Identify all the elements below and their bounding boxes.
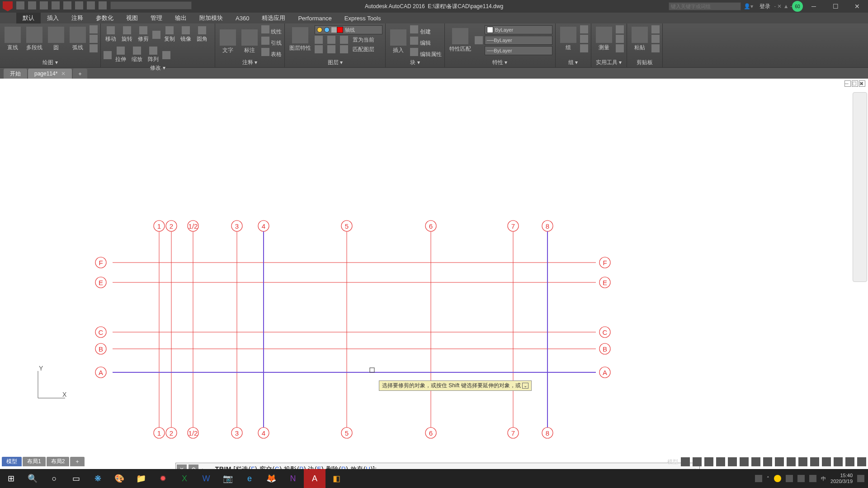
tab-default[interactable]: 默认 — [16, 13, 41, 23]
taskview-icon[interactable]: ▭ — [65, 469, 87, 488]
dim-button[interactable]: 标注 — [240, 28, 259, 55]
layer-icon5[interactable] — [327, 45, 335, 53]
rect-icon[interactable] — [90, 25, 98, 33]
minimize-button[interactable]: ─ — [803, 0, 825, 13]
layer-icon6[interactable] — [340, 45, 348, 53]
new-icon[interactable] — [16, 1, 24, 9]
start-button[interactable]: ⊞ — [0, 469, 22, 488]
match-props-button[interactable]: 特性匹配 — [448, 27, 473, 54]
search-button[interactable]: 🔍 — [22, 469, 43, 488]
app-icon-1[interactable]: ❋ — [87, 469, 108, 488]
snap-icon[interactable] — [693, 457, 702, 466]
app-logo-icon[interactable] — [3, 1, 13, 11]
layer-props-button[interactable]: 图层特性 — [288, 26, 313, 53]
tray-icon-2[interactable] — [786, 475, 793, 482]
sign-in-button[interactable]: 登录 — [756, 3, 774, 10]
otrack-icon[interactable] — [740, 457, 749, 466]
props-icon[interactable] — [475, 36, 483, 44]
tray-network-icon[interactable] — [797, 475, 805, 482]
spline-icon[interactable] — [90, 44, 98, 52]
group-icon2[interactable] — [580, 35, 588, 43]
maximize-button[interactable]: ☐ — [825, 0, 846, 13]
tab-performance[interactable]: Performance — [292, 13, 338, 23]
layer-icon3[interactable] — [340, 36, 348, 44]
scale-button[interactable]: 缩放 — [130, 46, 144, 64]
autocad-taskbar-icon[interactable]: A — [304, 469, 326, 488]
linear-dim-button[interactable]: 线性 — [261, 25, 282, 36]
transp-icon[interactable] — [763, 457, 772, 466]
hwacc-icon[interactable] — [834, 457, 843, 466]
meas-icon1[interactable] — [616, 25, 624, 33]
tab-add-button[interactable]: ＋ — [73, 69, 87, 79]
copy-clip-icon[interactable] — [651, 35, 660, 43]
rotate-button[interactable]: 旋转 — [120, 25, 134, 44]
tab-view[interactable]: 视图 — [120, 13, 144, 23]
explorer-icon[interactable]: 📁 — [130, 469, 152, 488]
status-model[interactable]: 模型 — [667, 458, 678, 466]
layer-icon1[interactable] — [315, 36, 323, 44]
clean-icon[interactable] — [845, 457, 854, 466]
saveas-icon[interactable] — [52, 1, 60, 9]
group-icon1[interactable] — [580, 25, 588, 33]
tray-volume-icon[interactable] — [809, 475, 816, 482]
array-button[interactable]: 阵列 — [146, 46, 160, 64]
measure-button[interactable]: 测量 — [594, 26, 614, 52]
copy-button[interactable]: 复制 — [162, 25, 177, 44]
tab-layout2[interactable]: 布局2 — [47, 457, 70, 466]
tab-layout1[interactable]: 布局1 — [23, 457, 46, 466]
open-icon[interactable] — [28, 1, 36, 9]
linetype-dropdown[interactable]: ── ByLayer — [485, 46, 552, 55]
group-button[interactable]: 组 — [558, 26, 578, 52]
tab-add-layout[interactable]: ＋ — [70, 457, 85, 466]
group-icon3[interactable] — [580, 44, 588, 52]
trim-button[interactable]: 修剪 — [136, 25, 151, 44]
cycle-icon[interactable] — [775, 457, 784, 466]
edge-icon[interactable]: e — [239, 469, 260, 488]
monitor-icon[interactable] — [810, 457, 819, 466]
cortana-icon[interactable]: ○ — [43, 469, 65, 488]
meas-icon3[interactable] — [616, 44, 624, 52]
match-layer-button[interactable]: 匹配图层 — [353, 46, 374, 53]
layer-icon2[interactable] — [327, 36, 335, 44]
tab-addons[interactable]: 附加模块 — [193, 13, 229, 23]
color-dropdown[interactable]: ByLayer — [485, 25, 552, 34]
ws-icon[interactable] — [798, 457, 807, 466]
paste-button[interactable]: 粘贴 — [630, 26, 650, 52]
tab-parametric[interactable]: 参数化 — [90, 13, 120, 23]
insert-block-button[interactable]: 插入 — [388, 28, 408, 55]
osnap-icon[interactable] — [728, 457, 737, 466]
arc-button[interactable]: 弧线 — [68, 26, 88, 52]
isolate-icon[interactable] — [822, 457, 831, 466]
custom-icon[interactable] — [857, 457, 866, 466]
ortho-icon[interactable] — [704, 457, 713, 466]
layer-icon4[interactable] — [315, 45, 323, 53]
layer-dropdown[interactable]: 轴线 — [315, 25, 382, 34]
create-block-button[interactable]: 创建 — [410, 25, 441, 36]
tab-featured[interactable]: 精选应用 — [255, 13, 292, 23]
tray-clock[interactable]: 15:402020/3/19 — [830, 473, 853, 484]
clip-icon3[interactable] — [651, 44, 660, 52]
app-icon-4[interactable]: ◧ — [326, 469, 347, 488]
stretch-button[interactable]: 拉伸 — [113, 46, 128, 64]
tray-chevron-icon[interactable]: ˄ — [767, 476, 769, 482]
tray-ime-icon[interactable]: 中 — [821, 475, 826, 482]
line-button[interactable]: 直线 — [3, 26, 23, 52]
app-icon-3[interactable]: ✹ — [152, 469, 174, 488]
plot-icon[interactable] — [63, 1, 71, 9]
close-button[interactable]: ✕ — [846, 0, 868, 13]
offset-icon[interactable] — [162, 51, 170, 59]
tab-express[interactable]: Express Tools — [338, 13, 387, 23]
tab-close-icon[interactable]: ✕ — [61, 70, 66, 77]
polyline-button[interactable]: 多段线 — [24, 26, 44, 52]
workspace-selector[interactable] — [110, 1, 192, 9]
tray-keyboard-icon[interactable] — [755, 475, 762, 482]
tab-start[interactable]: 开始 — [4, 69, 27, 79]
lwt-icon[interactable] — [751, 457, 760, 466]
notification-icon[interactable] — [857, 475, 864, 482]
explode-icon[interactable] — [104, 51, 112, 59]
tab-model[interactable]: 模型 — [2, 457, 22, 466]
grid-icon[interactable] — [681, 457, 690, 466]
camera-icon[interactable]: 📷 — [217, 469, 239, 488]
excel-icon[interactable]: X — [174, 469, 195, 488]
undo-icon[interactable] — [75, 1, 83, 9]
